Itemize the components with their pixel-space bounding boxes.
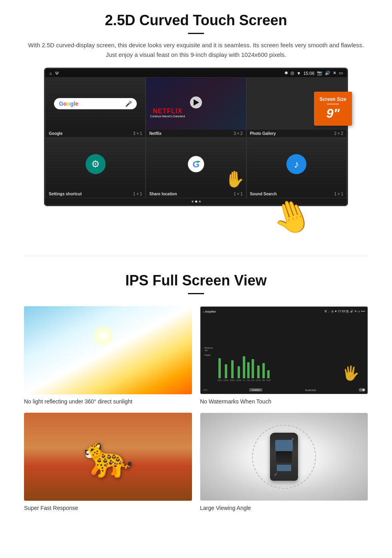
google-search-bar[interactable]: Google 🎤 xyxy=(54,98,136,109)
eq-bar-9 xyxy=(262,363,265,378)
netflix-app-name: Netflix xyxy=(149,131,162,136)
sunlight-rays xyxy=(91,324,115,348)
sunlight-caption: No light reflecting under 360° direct su… xyxy=(24,398,192,405)
status-bar-left: ⌂ Ψ xyxy=(49,71,59,76)
device-screen: ⌂ Ψ ✱ ◎ ▼ 15:06 📷 🔊 ✕ ▭ xyxy=(44,68,348,206)
toggle-knob xyxy=(362,389,365,391)
sound-icon-circle: ♪ xyxy=(286,154,306,174)
screen-size-label: Screen Size xyxy=(320,96,346,102)
camera-icon: 📷 xyxy=(317,70,322,76)
dot-3 xyxy=(199,201,201,203)
eq-bar-group-6: 2.5k xyxy=(246,362,250,381)
car-top-view: ↗ ↙ xyxy=(270,433,298,481)
eq-bar-group-4: 500hr xyxy=(236,366,242,381)
google-maps-icon: G xyxy=(187,155,205,173)
amplifier-caption: No Watermarks When Touch xyxy=(200,398,368,405)
cheetah-image: 🐆 xyxy=(24,413,192,501)
eq-label-8: 12.5k xyxy=(256,379,260,381)
ips-screen-section: IPS Full Screen View No light reflecting… xyxy=(0,268,392,523)
app-grid-row1: Google 🎤 Google 3 × 1 xyxy=(45,77,347,138)
badge-underline xyxy=(327,104,339,104)
google-label-bar: Google 3 × 1 xyxy=(46,130,145,137)
section2-title-underline xyxy=(188,293,204,294)
share-cell-content: G 🤚 xyxy=(146,138,246,190)
eq-bar-group-10: SUB xyxy=(266,370,270,381)
location-icon: ◎ xyxy=(290,70,294,76)
car-image: ↗ ↙ xyxy=(200,413,368,501)
eq-bar-group-7: 10k xyxy=(251,359,254,381)
curved-screen-section: 2.5D Curved Touch Screen With 2.5D curve… xyxy=(0,0,392,244)
amp-loudness-toggle[interactable] xyxy=(359,388,365,391)
netflix-play-button[interactable] xyxy=(190,96,202,108)
eq-bar-6 xyxy=(247,362,250,378)
hand-gesture-icon: 🤚 xyxy=(224,170,244,189)
eq-bar-group-5: 1k xyxy=(243,356,245,381)
settings-app-cell[interactable]: ⚙ Settings shortcut 1 × 1 xyxy=(45,138,146,198)
dot-2-active xyxy=(195,201,197,203)
eq-label-2: 100hz xyxy=(223,379,229,381)
amplifier-image: ⌂ Amplifier ☰ … ◎ ▼ 17:33 📷 🔊 ✕ ▭ ⟵ Bala… xyxy=(200,306,368,394)
eq-bar-4 xyxy=(238,366,240,378)
google-logo: Google xyxy=(59,100,78,107)
amp-touch-hand-icon: 🖐 xyxy=(342,365,360,381)
section-divider xyxy=(24,256,368,256)
eq-bar-group-8: 12.5k xyxy=(256,365,260,381)
feature-image-grid: No light reflecting under 360° direct su… xyxy=(24,306,368,511)
eq-bar-3 xyxy=(231,360,234,378)
cheetah-emoji: 🐆 xyxy=(83,433,133,480)
sound-app-cell[interactable]: ♪ Sound Search 1 × 1 xyxy=(246,138,347,198)
gear-icon: ⚙ xyxy=(91,159,100,170)
settings-cell-content: ⚙ xyxy=(46,138,145,190)
amp-loudness-label: loudness xyxy=(305,389,316,391)
car-roof xyxy=(276,451,292,463)
netflix-subtitle-text: Continue Marvel's Daredevil xyxy=(150,115,185,118)
angle-arrow-icon-2: ↙ xyxy=(274,471,278,477)
eq-bar-8 xyxy=(257,365,260,378)
amp-top-bar: ⌂ Amplifier ☰ … ◎ ▼ 17:33 📷 🔊 ✕ ▭ ⟵ xyxy=(203,309,365,314)
bluetooth-icon: ✱ xyxy=(284,70,288,76)
car-card: ↗ ↙ Large Viewing Angle xyxy=(200,413,368,511)
cheetah-card: 🐆 Super Fast Response xyxy=(24,413,192,511)
car-caption: Large Viewing Angle xyxy=(200,505,368,511)
eq-bars-container: 60hz 100hz 200hz 500hr xyxy=(218,317,364,385)
angle-arrow-icon: ↗ xyxy=(290,437,294,442)
eq-label-10: SUB xyxy=(266,379,270,381)
eq-bar-1 xyxy=(218,358,221,378)
dot-1 xyxy=(192,201,194,203)
amp-sidebar: Balance◄) Fader xyxy=(204,347,216,356)
eq-label-9: 15k xyxy=(262,379,265,381)
eq-bar-2 xyxy=(225,364,227,378)
eq-bar-10 xyxy=(267,370,270,378)
eq-label-4: 500hr xyxy=(236,379,242,381)
google-app-size: 3 × 1 xyxy=(133,131,142,136)
section1-description: With 2.5D curved-display screen, this de… xyxy=(24,40,368,60)
settings-app-name: Settings shortcut xyxy=(49,192,82,196)
google-app-cell[interactable]: Google 🎤 Google 3 × 1 xyxy=(45,77,146,138)
gallery-app-size: 2 × 2 xyxy=(334,131,343,136)
share-app-cell[interactable]: G 🤚 Share location 1 × 1 xyxy=(146,138,246,198)
sound-app-size: 1 × 1 xyxy=(334,192,343,196)
app-grid-row2: ⚙ Settings shortcut 1 × 1 G xyxy=(45,138,347,198)
status-time: 15:06 xyxy=(303,71,314,76)
google-app-name: Google xyxy=(49,131,62,136)
volume-icon: 🔊 xyxy=(325,70,330,76)
amp-back-icon: ◁◁ xyxy=(203,388,207,391)
sunlight-image xyxy=(24,306,192,394)
share-app-name: Share location xyxy=(149,192,177,196)
music-note-icon: ♪ xyxy=(294,158,299,171)
gallery-label-bar: Photo Gallery 2 × 2 xyxy=(247,130,346,137)
share-app-size: 1 × 1 xyxy=(234,192,243,196)
netflix-app-cell[interactable]: NETFLIX Continue Marvel's Daredevil Netf… xyxy=(146,77,246,138)
share-label-bar: Share location 1 × 1 xyxy=(146,190,246,198)
eq-bar-group-1: 60hz xyxy=(218,358,222,381)
google-cell-content: Google 🎤 xyxy=(46,78,145,130)
eq-bar-group-9: 15k xyxy=(262,363,265,381)
close-icon: ✕ xyxy=(333,70,336,76)
status-bar: ⌂ Ψ ✱ ◎ ▼ 15:06 📷 🔊 ✕ ▭ xyxy=(45,69,347,77)
eq-bar-7 xyxy=(252,359,254,378)
eq-label-7: 10k xyxy=(251,379,254,381)
screen-size-value: 9" xyxy=(320,106,346,121)
eq-bar-5 xyxy=(243,356,245,378)
sunlight-card: No light reflecting under 360° direct su… xyxy=(24,306,192,405)
pagination-dots xyxy=(45,198,347,205)
